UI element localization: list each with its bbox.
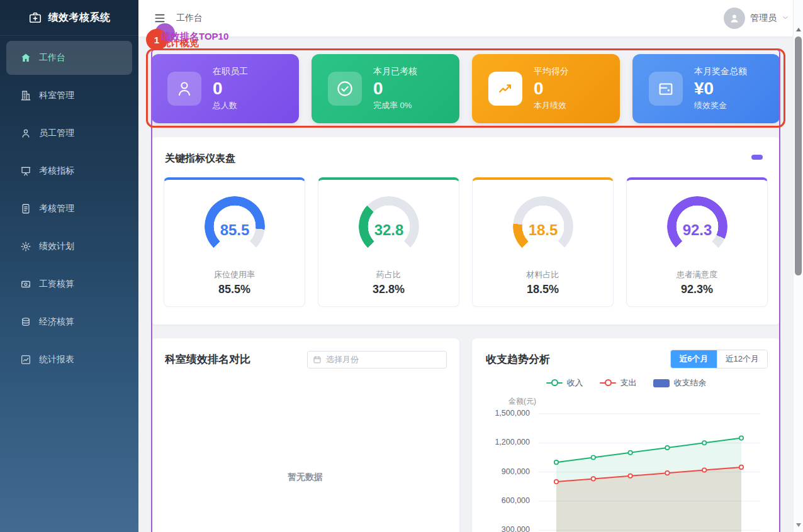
user-icon [20, 128, 31, 139]
gauge-label: 药占比 [318, 269, 459, 280]
annotation-label-ranking: 绩效排名TOP10 [161, 31, 228, 43]
empty-data-text: 暂无数据 [151, 472, 459, 483]
sidebar-item-label: 统计报表 [39, 354, 74, 365]
sidebar-menu: 工作台 科室管理 员工管理 考核指标 考核管理 [0, 36, 138, 377]
legend-expense[interactable]: 支出 [600, 377, 637, 389]
home-icon [20, 52, 31, 64]
user-icon [729, 13, 740, 24]
card-title: 科室绩效排名对比 [165, 352, 250, 367]
scrollbar-down-arrow[interactable] [796, 523, 801, 527]
stat-title: 平均得分 [534, 66, 569, 77]
trend-line-chart[interactable] [472, 404, 774, 532]
line-marker-icon [546, 382, 563, 384]
sidebar-item-label: 考核指标 [39, 165, 74, 177]
sidebar-item-assessment[interactable]: 考核管理 [6, 192, 132, 226]
sidebar-item-employees[interactable]: 员工管理 [6, 116, 132, 150]
sidebar-item-label: 工作台 [39, 52, 65, 64]
first-aid-kit-icon [28, 11, 42, 25]
app-window: 绩效考核系统 工作台 科室管理 员工管理 考核指标 [0, 0, 803, 532]
sidebar-item-label: 绩效计划 [39, 241, 74, 252]
stat-sub: 绩效奖金 [694, 100, 747, 111]
month-picker-placeholder: 选择月份 [326, 354, 359, 365]
sidebar: 绩效考核系统 工作台 科室管理 员工管理 考核指标 [0, 0, 138, 532]
stat-value: 0 [373, 79, 417, 99]
app-title: 绩效考核系统 [48, 11, 111, 25]
sidebar-item-plans[interactable]: 绩效计划 [6, 230, 132, 263]
document-icon [20, 203, 31, 214]
stat-value: 0 [534, 79, 569, 99]
stat-title: 在职员工 [213, 66, 248, 77]
stat-value: ¥0 [694, 79, 747, 99]
trend-chart-icon [20, 354, 31, 365]
trend-icon [488, 72, 522, 106]
gauge-dial: 18.5 [513, 196, 573, 257]
sidebar-item-workbench[interactable]: 工作台 [6, 41, 132, 75]
gauge-value: 85.5 [205, 196, 265, 257]
sidebar-item-reports[interactable]: 统计报表 [6, 343, 132, 377]
gauge-label: 材料占比 [473, 269, 613, 280]
stat-sub: 完成率 0% [373, 100, 417, 111]
gauge-label: 床位使用率 [164, 269, 305, 280]
sidebar-item-departments[interactable]: 科室管理 [6, 79, 132, 113]
sidebar-item-label: 科室管理 [39, 90, 74, 101]
gauge-card-material-ratio: 18.5 材料占比 18.5% [472, 177, 614, 307]
rect-marker-icon [653, 379, 670, 387]
range-toggle-group: 近6个月 近12个月 [670, 350, 768, 369]
stat-value: 0 [213, 79, 248, 99]
data-board-icon [20, 165, 31, 177]
panel-title: 关键指标仪表盘 [165, 152, 235, 165]
stats-row: 在职员工 0 总人数 本月已考核 0 完成率 0% 平均得分 0 本月绩效 [151, 54, 780, 123]
app-logo: 绩效考核系统 [0, 0, 138, 36]
user-menu[interactable]: 管理员 [724, 8, 789, 29]
stat-card-employees: 在职员工 0 总人数 [151, 54, 299, 123]
sidebar-item-payroll[interactable]: 工资核算 [6, 267, 132, 301]
office-building-icon [20, 90, 31, 101]
scrollbar-thumb[interactable] [795, 36, 802, 275]
sidebar-item-label: 考核管理 [39, 203, 74, 214]
stat-sub: 本月绩效 [534, 100, 569, 111]
card-title: 收支趋势分析 [486, 352, 550, 367]
department-ranking-card: 科室绩效排名对比 选择月份 暂无数据 [151, 338, 459, 532]
legend-income[interactable]: 收入 [546, 377, 583, 389]
chart-legend: 收入 支出 收支结余 [472, 377, 780, 389]
money-icon [20, 279, 31, 290]
sidebar-item-label: 员工管理 [39, 128, 74, 139]
stat-card-score: 平均得分 0 本月绩效 [472, 54, 620, 123]
month-picker-input[interactable]: 选择月份 [307, 351, 447, 369]
database-icon [20, 316, 31, 328]
gauge-value: 92.3 [667, 196, 727, 257]
sidebar-item-economics[interactable]: 经济核算 [6, 305, 132, 339]
gauge-dial: 92.3 [667, 196, 727, 257]
breadcrumb[interactable]: 工作台 [176, 13, 203, 24]
calendar-icon [313, 355, 322, 364]
scrollbar-up-arrow[interactable] [796, 28, 801, 31]
chevron-down-icon [782, 13, 789, 24]
circle-check-icon [328, 72, 362, 106]
gear-icon [20, 241, 31, 252]
gauge-percent: 85.5% [164, 283, 305, 296]
gauge-percent: 32.8% [318, 283, 459, 296]
stat-card-assessed: 本月已考核 0 完成率 0% [312, 54, 459, 123]
avatar [724, 8, 745, 29]
sidebar-item-label: 经济核算 [39, 316, 74, 328]
collapse-menu-icon[interactable] [154, 12, 166, 25]
gauge-card-satisfaction: 92.3 患者满意度 92.3% [626, 177, 768, 307]
toggle-12-months[interactable]: 近12个月 [717, 350, 767, 368]
gauge-label: 患者满意度 [627, 269, 767, 280]
stat-card-bonus: 本月奖金总额 ¥0 绩效奖金 [632, 54, 780, 123]
trend-analysis-card: 收支趋势分析 近6个月 近12个月 收入 支出 收支结余 金额(元) 1,500… [472, 338, 780, 532]
gauge-card-drug-ratio: 32.8 药占比 32.8% [318, 177, 459, 307]
line-marker-icon [600, 382, 616, 384]
toggle-6-months[interactable]: 近6个月 [671, 350, 716, 368]
gauge-value: 32.8 [359, 196, 419, 257]
gauge-percent: 18.5% [473, 283, 613, 296]
sidebar-item-indicators[interactable]: 考核指标 [6, 154, 132, 188]
gauge-percent: 92.3% [627, 283, 767, 296]
gauge-card-bed-usage: 85.5 床位使用率 85.5% [164, 177, 305, 307]
kpi-gauge-panel: 关键指标仪表盘 85.5 床位使用率 85.5% 32.8 药占比 32.8% [151, 137, 780, 324]
gauge-value: 18.5 [513, 196, 573, 257]
gauge-dial: 32.8 [359, 196, 419, 257]
stat-title: 本月奖金总额 [694, 66, 747, 77]
legend-balance[interactable]: 收支结余 [653, 377, 707, 389]
gauge-dial: 85.5 [205, 196, 265, 257]
